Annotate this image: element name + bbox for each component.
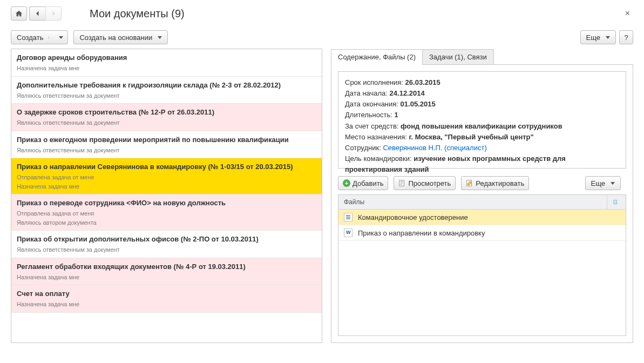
document-subtitle: Отправлена задача от меняЯвляюсь автором… xyxy=(17,209,316,227)
document-title: Приказ о направлении Северянинова в кома… xyxy=(17,163,316,171)
edit-icon xyxy=(466,179,473,187)
add-file-button[interactable]: + Добавить xyxy=(338,176,388,190)
create-based-on-label: Создать на основании xyxy=(79,33,152,42)
files-more-button[interactable]: Еще xyxy=(585,176,621,190)
detail-place: г. Москва, "Первый учебный центр" xyxy=(409,133,533,141)
detail-duration-label: Длительность: xyxy=(345,111,394,119)
tab-tasks-links[interactable]: Задачи (1), Связи xyxy=(422,49,494,65)
view-file-label: Просмотреть xyxy=(408,179,451,187)
nav-back-button[interactable] xyxy=(29,6,45,21)
home-button[interactable] xyxy=(11,6,27,21)
detail-employee-label: Сотрудник: xyxy=(345,144,383,152)
document-item[interactable]: Приказ об открытии дополнительных офисов… xyxy=(11,231,322,258)
document-subtitle: Назначена задача мне xyxy=(17,64,316,73)
edit-file-button[interactable]: Редактировать xyxy=(461,176,529,190)
file-row[interactable]: Приказ о направлении в командировку xyxy=(338,225,626,241)
document-item[interactable]: Договор аренды оборудованияНазначена зад… xyxy=(11,49,322,77)
detail-end-label: Дата окончания: xyxy=(345,100,401,108)
files-header-icon-col[interactable] xyxy=(607,195,626,209)
file-row[interactable]: Командировочное удостоверение xyxy=(338,210,626,225)
document-title: Договор аренды оборудования xyxy=(17,53,316,62)
document-subtitle: Отправлена задача от меняНазначена задач… xyxy=(17,173,316,191)
file-name: Приказ о направлении в командировку xyxy=(358,229,485,237)
detail-due: 26.03.2015 xyxy=(405,78,440,86)
page-icon xyxy=(613,198,618,206)
document-title: Приказ об открытии дополнительных офисов… xyxy=(17,235,316,243)
document-subtitle: Являюсь ответственным за документ xyxy=(17,245,316,254)
detail-employee-link[interactable]: Северянинов Н.П. (специалист) xyxy=(383,144,486,152)
document-title: Регламент обработки входящих документов … xyxy=(17,263,316,271)
add-file-label: Добавить xyxy=(352,179,383,187)
document-subtitle: Назначена задача мне xyxy=(17,273,316,282)
detail-funds: фонд повышения квалификации сотрудников xyxy=(401,122,562,130)
help-button[interactable]: ? xyxy=(619,30,633,44)
document-title: Дополнительные требования к гидроизоляци… xyxy=(17,81,316,89)
document-subtitle: Являюсь ответственным за документ xyxy=(17,118,316,127)
document-title: О задержке сроков строительства (№ 12-Р … xyxy=(17,108,316,116)
detail-start-label: Дата начала: xyxy=(345,89,390,97)
close-button[interactable]: × xyxy=(622,8,633,19)
view-icon xyxy=(398,179,406,187)
arrow-left-icon xyxy=(35,10,41,17)
document-item[interactable]: О задержке сроков строительства (№ 12-Р … xyxy=(11,104,322,131)
detail-duration: 1 xyxy=(394,111,398,119)
more-button[interactable]: Еще xyxy=(580,30,616,44)
view-file-button[interactable]: Просмотреть xyxy=(394,176,456,190)
create-based-on-button[interactable]: Создать на основании xyxy=(73,30,168,44)
chevron-down-icon xyxy=(611,182,615,185)
txt-file-icon xyxy=(344,213,352,221)
document-list: Договор аренды оборудованияНазначена зад… xyxy=(11,49,322,343)
document-title: Приказ о переводе сотрудника <ФИО> на но… xyxy=(17,199,316,207)
word-file-icon xyxy=(344,228,352,237)
detail-start: 24.12.2014 xyxy=(390,89,425,97)
more-button-label: Еще xyxy=(586,33,600,42)
arrow-right-icon xyxy=(50,10,57,17)
plus-icon: + xyxy=(343,179,350,187)
nav-forward-button xyxy=(45,6,62,21)
document-item[interactable]: Приказ о переводе сотрудника <ФИО> на но… xyxy=(11,194,322,231)
document-title: Счет на оплату xyxy=(17,290,316,298)
home-icon xyxy=(15,10,23,17)
detail-end: 01.05.2015 xyxy=(401,100,436,108)
chevron-down-icon xyxy=(158,36,162,39)
chevron-down-icon xyxy=(606,36,610,39)
create-button-label: Создать xyxy=(11,31,49,44)
files-more-label: Еще xyxy=(591,179,605,187)
document-item[interactable]: Счет на оплатуНазначена задача мне xyxy=(11,285,322,313)
create-button[interactable]: Создать xyxy=(11,30,68,44)
document-subtitle: Являюсь ответственным за документ xyxy=(17,91,316,100)
detail-purpose-label: Цель командировки: xyxy=(345,154,413,163)
details-box: Срок исполнения: 26.03.2015 Дата начала:… xyxy=(338,71,626,169)
chevron-down-icon xyxy=(59,36,63,39)
help-label: ? xyxy=(624,33,628,42)
create-button-caret[interactable] xyxy=(49,36,67,39)
edit-file-label: Редактировать xyxy=(476,179,524,187)
document-subtitle: Назначена задача мне xyxy=(17,300,316,309)
document-subtitle: Являюсь ответственным за документ xyxy=(17,146,316,155)
file-name: Командировочное удостоверение xyxy=(358,213,468,221)
document-title: Приказ о ежегодном проведении мероприяти… xyxy=(17,136,316,144)
files-header[interactable]: Файлы xyxy=(338,195,607,209)
document-item[interactable]: Дополнительные требования к гидроизоляци… xyxy=(11,77,322,104)
tab-content-files[interactable]: Содержание, Файлы (2) xyxy=(331,49,423,65)
svg-rect-2 xyxy=(614,200,617,204)
document-item[interactable]: Приказ о ежегодном проведении мероприяти… xyxy=(11,131,322,159)
detail-place-label: Место назначения: xyxy=(345,133,409,141)
page-title: Мои документы (9) xyxy=(90,8,185,20)
detail-due-label: Срок исполнения: xyxy=(345,78,405,86)
document-item[interactable]: Приказ о направлении Северянинова в кома… xyxy=(11,158,322,194)
detail-funds-label: За счет средств: xyxy=(345,122,401,130)
document-item[interactable]: Регламент обработки входящих документов … xyxy=(11,258,322,286)
